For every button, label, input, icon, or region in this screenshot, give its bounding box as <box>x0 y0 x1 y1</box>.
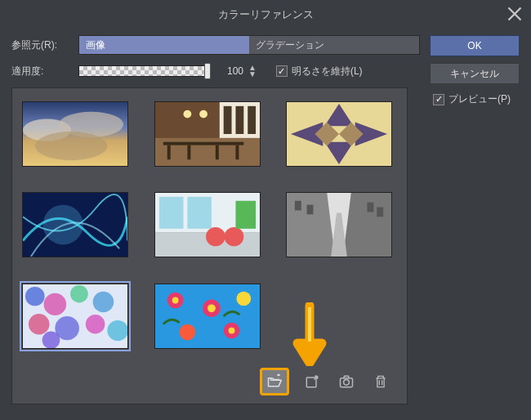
svg-point-43 <box>44 293 67 315</box>
open-folder-icon <box>266 373 283 390</box>
svg-point-46 <box>29 314 50 334</box>
thumbs-toolbar <box>22 361 397 397</box>
source-segmented: 画像 グラデーション <box>78 35 420 55</box>
close-icon <box>505 4 524 24</box>
check-icon: ✓ <box>433 94 444 105</box>
svg-rect-40 <box>377 208 384 217</box>
thumb-clouds[interactable] <box>22 101 128 167</box>
cancel-button[interactable]: キャンセル <box>430 63 520 84</box>
sidebar: OK キャンセル ✓ プレビュー(P) <box>430 35 520 404</box>
titlebar: カラーリファレンス <box>0 0 531 29</box>
svg-point-30 <box>206 227 225 246</box>
svg-point-3 <box>35 132 108 160</box>
keep-brightness-label: 明るさを維持(L) <box>292 65 363 78</box>
svg-rect-39 <box>368 203 374 212</box>
dialog-title: カラーリファレンス <box>218 7 314 22</box>
svg-point-44 <box>70 285 88 302</box>
thumb-cafe[interactable] <box>154 101 261 167</box>
apply-slider[interactable] <box>78 65 209 77</box>
svg-marker-34 <box>287 193 335 257</box>
thumb-energy[interactable] <box>22 192 128 257</box>
svg-point-25 <box>43 205 83 245</box>
svg-point-31 <box>224 227 243 246</box>
camera-icon <box>338 373 355 390</box>
preview-checkbox[interactable]: ✓ プレビュー(P) <box>430 92 520 106</box>
export-button[interactable] <box>301 371 324 392</box>
svg-point-59 <box>228 327 234 333</box>
thumbnails-grid <box>22 101 397 361</box>
apply-value-input[interactable] <box>214 63 247 79</box>
svg-rect-12 <box>187 145 190 160</box>
svg-marker-35 <box>343 193 391 257</box>
svg-rect-9 <box>248 106 256 134</box>
preview-label: プレビュー(P) <box>448 92 511 106</box>
main-panel: 参照元(R): 画像 グラデーション 適用度: ▲▼ ✓ 明るさを維持(L) <box>11 35 420 404</box>
export-icon <box>304 373 320 390</box>
svg-point-48 <box>86 315 105 333</box>
svg-point-16 <box>199 110 207 118</box>
slider-thumb[interactable] <box>204 63 211 79</box>
source-label: 参照元(R): <box>11 38 78 52</box>
svg-rect-11 <box>167 145 170 160</box>
ok-button[interactable]: OK <box>430 35 520 56</box>
svg-point-62 <box>344 380 350 386</box>
camera-button[interactable] <box>335 371 358 392</box>
close-button[interactable] <box>505 4 524 24</box>
svg-rect-28 <box>159 197 184 229</box>
svg-point-15 <box>183 110 191 118</box>
svg-point-45 <box>93 291 114 311</box>
tab-image[interactable]: 画像 <box>79 36 249 54</box>
svg-point-55 <box>207 304 216 312</box>
thumb-kaleidoscope[interactable] <box>286 101 392 167</box>
thumb-street[interactable] <box>286 192 392 257</box>
svg-rect-37 <box>295 201 301 211</box>
trash-icon <box>373 373 389 390</box>
svg-rect-32 <box>235 201 256 229</box>
check-icon: ✓ <box>276 65 288 77</box>
svg-rect-13 <box>216 145 219 160</box>
svg-point-57 <box>179 324 195 340</box>
tab-gradation[interactable]: グラデーション <box>249 36 419 54</box>
svg-point-42 <box>25 287 45 306</box>
open-folder-button[interactable] <box>260 368 289 395</box>
svg-rect-29 <box>187 197 212 229</box>
svg-point-53 <box>172 297 178 303</box>
thumb-floral[interactable] <box>154 284 261 349</box>
thumb-bokeh[interactable] <box>22 284 128 349</box>
svg-rect-7 <box>223 106 231 134</box>
thumbnails-panel <box>11 87 408 404</box>
svg-point-50 <box>42 331 60 348</box>
svg-rect-10 <box>163 142 243 145</box>
delete-button[interactable] <box>369 371 392 392</box>
svg-rect-8 <box>235 106 243 134</box>
svg-rect-14 <box>235 145 239 160</box>
apply-stepper[interactable]: ▲▼ <box>248 65 257 78</box>
svg-point-49 <box>107 320 128 341</box>
svg-point-56 <box>236 291 251 306</box>
apply-label: 適用度: <box>11 65 78 78</box>
svg-rect-38 <box>307 205 314 215</box>
thumb-interior[interactable] <box>154 192 261 257</box>
keep-brightness-checkbox[interactable]: ✓ 明るさを維持(L) <box>276 65 363 78</box>
